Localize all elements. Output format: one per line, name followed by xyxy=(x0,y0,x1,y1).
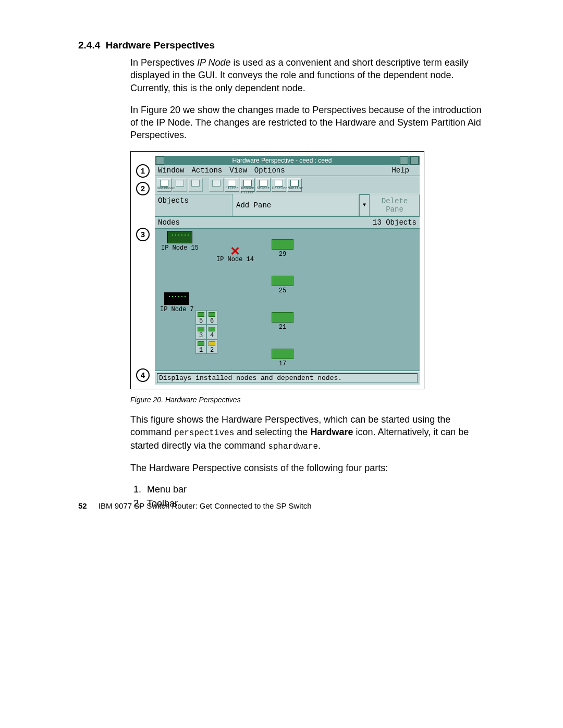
section-title: Hardware Perspectives xyxy=(106,40,215,51)
figure-20: 1 2 3 4 Hardware Perspective - ceed : ce… xyxy=(130,151,424,389)
toolbar-icon xyxy=(176,180,184,187)
menu-bar: Window Actions View Options Help xyxy=(155,165,420,176)
callout-2: 2 xyxy=(136,182,150,195)
window-title: Hardware Perspective - ceed : ceed xyxy=(165,157,399,164)
dropdown-arrow-icon[interactable]: ▼ xyxy=(359,194,370,216)
remove-filter-icon xyxy=(243,180,252,187)
slot-5[interactable]: 5 xyxy=(195,310,206,325)
footer-text: IBM 9077 SP Switch Router: Get Connected… xyxy=(99,501,312,510)
status-bar-icon xyxy=(198,327,204,331)
maximize-icon[interactable] xyxy=(410,156,419,165)
menu-actions[interactable]: Actions xyxy=(191,166,222,175)
filter-icon xyxy=(228,180,236,187)
callout-3: 3 xyxy=(136,228,150,241)
delete-pane-button[interactable]: Delete Pane xyxy=(370,194,420,216)
node-icon xyxy=(167,231,192,243)
menu-options[interactable]: Options xyxy=(254,166,285,175)
node-label: IP Node 15 xyxy=(161,244,199,252)
node-icon xyxy=(272,276,293,286)
add-pane-dropdown[interactable]: Add Pane xyxy=(232,194,359,216)
error-icon xyxy=(230,245,240,255)
toolbar-icon xyxy=(212,180,221,187)
minimize-icon[interactable] xyxy=(400,156,408,165)
slot-3[interactable]: 3 xyxy=(195,325,206,339)
paragraph-4: The Hardware Perspective consists of the… xyxy=(78,462,485,474)
status-bar-icon xyxy=(209,312,215,317)
node-25[interactable]: 25 xyxy=(272,276,293,294)
list-item: Menu bar xyxy=(144,484,485,495)
callout-4: 4 xyxy=(136,368,150,382)
tb-select[interactable]: Select xyxy=(256,178,271,192)
section-heading: 2.4.4 Hardware Perspectives xyxy=(78,40,485,51)
paragraph-3: This figure shows the Hardware Perspecti… xyxy=(78,413,485,452)
status-bar-icon xyxy=(209,327,215,331)
slot-1[interactable]: 1 xyxy=(195,339,206,354)
node-icon xyxy=(272,239,293,250)
page-number: 52 xyxy=(78,501,87,510)
toolbar: Notebook Filter Remove Filter Select Des… xyxy=(155,176,420,194)
toolbar-icon xyxy=(191,180,200,187)
objects-row: Objects Add Pane ▼ Delete Pane xyxy=(155,194,420,217)
tb-monitor[interactable]: Monitor xyxy=(287,178,302,192)
node-29[interactable]: 29 xyxy=(272,239,293,258)
hardware-perspective-window: Hardware Perspective - ceed : ceed Windo… xyxy=(155,156,420,385)
menu-help[interactable]: Help xyxy=(391,166,409,175)
node-ip-14[interactable]: IP Node 14 xyxy=(216,245,254,263)
nodes-pane[interactable]: IP Node 15 IP Node 14 IP Node 7 5 6 xyxy=(155,229,420,371)
status-bar-icon xyxy=(198,312,204,317)
section-number: 2.4.4 xyxy=(78,40,100,51)
slot-stack: 5 6 3 4 1 2 xyxy=(195,310,217,354)
tb-btn-3[interactable] xyxy=(188,178,203,192)
deselect-icon xyxy=(275,180,283,187)
objects-label: Objects xyxy=(155,194,232,216)
menu-view[interactable]: View xyxy=(229,166,247,175)
paragraph-1: In Perspectives IP Node is used as a con… xyxy=(78,56,485,94)
right-node-column: 29 25 21 17 xyxy=(272,239,293,385)
node-icon xyxy=(272,349,293,359)
node-21[interactable]: 21 xyxy=(272,312,293,331)
nodes-header: Nodes 13 Objects xyxy=(155,217,420,229)
node-ip-7[interactable]: IP Node 7 xyxy=(160,292,194,313)
status-bar-icon xyxy=(209,341,215,346)
nodes-label: Nodes xyxy=(158,218,373,227)
tb-deselect[interactable]: Deselect xyxy=(272,178,286,192)
node-label: IP Node 14 xyxy=(216,256,254,263)
slot-2[interactable]: 2 xyxy=(206,339,217,354)
node-icon xyxy=(164,292,189,305)
window-titlebar[interactable]: Hardware Perspective - ceed : ceed xyxy=(155,156,420,165)
page-footer: 52 IBM 9077 SP Switch Router: Get Connec… xyxy=(78,501,312,510)
slot-6[interactable]: 6 xyxy=(206,310,217,325)
tb-notebook[interactable]: Notebook xyxy=(157,178,172,192)
node-17[interactable]: 17 xyxy=(272,349,293,367)
window-menu-icon[interactable] xyxy=(156,156,164,165)
node-ip-15[interactable]: IP Node 15 xyxy=(161,231,199,252)
tb-remove-filter[interactable]: Remove Filter xyxy=(240,178,255,192)
node-label: IP Node 7 xyxy=(160,306,194,313)
status-bar-icon xyxy=(198,341,204,346)
object-count: 13 Objects xyxy=(373,218,417,227)
node-icon xyxy=(272,312,293,323)
tb-filter[interactable]: Filter xyxy=(225,178,239,192)
notebook-icon xyxy=(160,180,168,187)
paragraph-2: In Figure 20 we show the changes made to… xyxy=(78,104,485,142)
menu-window[interactable]: Window xyxy=(158,166,184,175)
slot-4[interactable]: 4 xyxy=(206,325,217,339)
figure-caption: Figure 20. Hardware Perspectives xyxy=(78,396,485,404)
tb-btn-2[interactable] xyxy=(173,178,187,192)
callout-1: 1 xyxy=(136,164,150,178)
select-icon xyxy=(259,180,267,187)
monitor-icon xyxy=(290,180,299,187)
tb-btn-4[interactable] xyxy=(209,178,224,192)
